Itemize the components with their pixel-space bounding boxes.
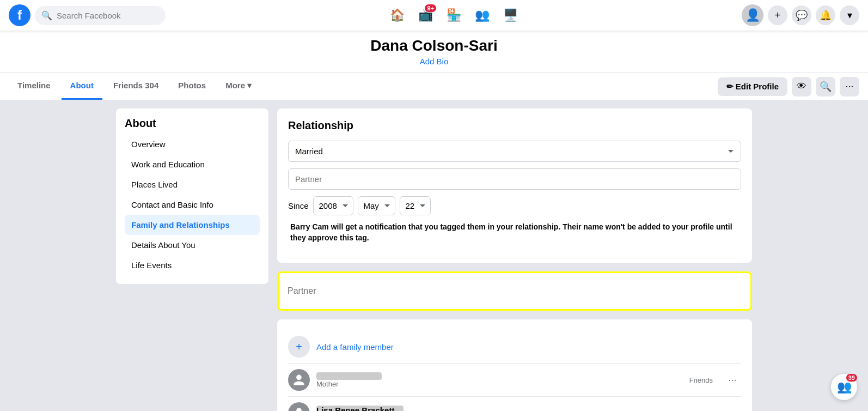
tab-friends[interactable]: Friends 304	[105, 73, 167, 100]
table-row: Mother Friends ···	[288, 363, 741, 396]
member-avatar-cousin	[288, 402, 310, 411]
top-navigation: f 🔍 🏠 📺 9+ 🏪 👥 🖥️ 👤 + 💬 🔔 ▾	[0, 0, 868, 31]
relationship-status-row: Married	[288, 141, 741, 162]
account-menu-button[interactable]: ▾	[840, 5, 859, 25]
sidebar-item-places-lived[interactable]: Places Lived	[125, 174, 260, 195]
sidebar-title: About	[125, 117, 260, 130]
relationship-card: Relationship Married Since 2008 M	[277, 108, 752, 263]
edit-profile-button[interactable]: ✏ Edit Profile	[718, 77, 787, 96]
search-bar[interactable]: 🔍	[35, 6, 166, 25]
tabs-right: ✏ Edit Profile 👁 🔍 ···	[718, 77, 859, 96]
table-row: Lisa Renee Brackett Cousin Public ···	[288, 396, 741, 411]
relationship-status-select[interactable]: Married	[288, 141, 741, 162]
member-avatar-mother	[288, 369, 310, 391]
member-more-button-cousin[interactable]: ···	[724, 404, 741, 411]
sidebar-item-contact-info[interactable]: Contact and Basic Info	[125, 195, 260, 215]
tab-timeline[interactable]: Timeline	[9, 73, 59, 100]
notification-body: will get a notification that you tagged …	[290, 222, 732, 242]
floating-people-badge: 39	[846, 374, 857, 382]
notification-badge: 9+	[425, 4, 436, 12]
member-name-cousin: Lisa Renee Brackett	[316, 406, 404, 411]
add-member-icon: +	[288, 336, 310, 358]
main-panel: Relationship Married Since 2008 M	[277, 108, 752, 411]
sidebar-item-life-events[interactable]: Life Events	[125, 255, 260, 275]
groups-icon-button[interactable]: 👥	[469, 2, 495, 28]
since-row: Since 2008 May 22	[288, 196, 741, 215]
year-select[interactable]: 2008	[313, 196, 353, 215]
member-info-mother: Mother	[316, 372, 683, 388]
month-select[interactable]: May	[358, 196, 395, 215]
tagged-person-name: Barry Cam	[290, 222, 329, 231]
member-relation-mother: Mother	[316, 380, 683, 388]
notifications-icon-button[interactable]: 🔔	[816, 5, 835, 25]
facebook-logo[interactable]: f	[9, 4, 30, 26]
tab-photos[interactable]: Photos	[169, 73, 215, 100]
since-label: Since	[288, 201, 309, 210]
search-profile-button[interactable]: 🔍	[816, 77, 835, 96]
member-info-cousin: Lisa Renee Brackett Cousin	[316, 406, 687, 411]
tab-about[interactable]: About	[62, 73, 102, 100]
relationship-section-title: Relationship	[288, 119, 741, 132]
floating-people-button[interactable]: 👥 39	[831, 374, 857, 400]
member-more-button-mother[interactable]: ···	[724, 371, 741, 389]
nav-center-icons: 🏠 📺 9+ 🏪 👥 🖥️	[170, 2, 737, 28]
add-bio-link[interactable]: Add Bio	[0, 57, 868, 66]
page-wrapper: Dana Colson-Sari Add Bio Timeline About …	[0, 31, 868, 411]
view-as-button[interactable]: 👁	[792, 77, 811, 96]
sidebar-item-family-relationships[interactable]: Family and Relationships	[125, 215, 260, 235]
partner-input-main[interactable]	[288, 168, 741, 190]
tab-more[interactable]: More ▾	[217, 73, 260, 100]
sidebar-item-overview[interactable]: Overview	[125, 134, 260, 154]
sidebar-item-details-about-you[interactable]: Details About You	[125, 235, 260, 255]
add-button[interactable]: +	[768, 5, 787, 25]
profile-avatar[interactable]: 👤	[742, 4, 763, 26]
day-select[interactable]: 22	[400, 196, 431, 215]
partner-highlight-input[interactable]	[288, 282, 742, 300]
add-family-member-row: + Add a family member	[288, 330, 741, 363]
marketplace-icon-button[interactable]: 🏪	[441, 2, 467, 28]
add-family-member-label[interactable]: Add a family member	[316, 342, 394, 352]
home-icon-button[interactable]: 🏠	[384, 2, 410, 28]
member-name-mother	[316, 372, 382, 380]
relationship-notification: Barry Cam will get a notification that y…	[288, 222, 741, 243]
gaming-icon-button[interactable]: 🖥️	[497, 2, 523, 28]
member-privacy-mother: Friends	[689, 376, 713, 384]
sidebar-item-work-education[interactable]: Work and Education	[125, 154, 260, 174]
more-options-button[interactable]: ···	[840, 77, 859, 96]
family-members-card: + Add a family member Mother Friends ···	[277, 319, 752, 411]
profile-name: Dana Colson-Sari	[0, 37, 868, 57]
content-area: About Overview Work and Education Places…	[107, 108, 761, 411]
partner-highlight-box	[277, 271, 752, 311]
video-icon-button[interactable]: 📺 9+	[412, 2, 438, 28]
search-input[interactable]	[57, 11, 159, 20]
profile-tabs: Timeline About Friends 304 Photos More ▾…	[0, 72, 868, 100]
search-icon: 🔍	[41, 10, 52, 21]
messenger-icon-button[interactable]: 💬	[792, 5, 811, 25]
tabs-left: Timeline About Friends 304 Photos More ▾	[9, 73, 260, 100]
about-sidebar: About Overview Work and Education Places…	[116, 108, 268, 284]
profile-header: Dana Colson-Sari Add Bio Timeline About …	[0, 31, 868, 100]
nav-right-actions: 👤 + 💬 🔔 ▾	[742, 4, 859, 26]
